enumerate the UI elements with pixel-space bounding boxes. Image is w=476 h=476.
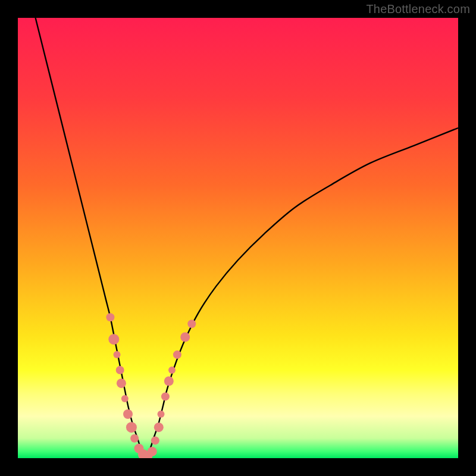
highlight-dot bbox=[164, 377, 174, 386]
highlight-dot bbox=[123, 409, 133, 419]
highlight-dot bbox=[158, 411, 165, 418]
bottleneck-chart bbox=[18, 18, 458, 458]
highlight-dot bbox=[187, 320, 196, 328]
chart-background bbox=[18, 18, 458, 458]
highlight-dot bbox=[168, 367, 176, 374]
highlight-dot bbox=[116, 366, 124, 374]
highlight-dot bbox=[117, 378, 126, 388]
highlight-dot bbox=[108, 334, 119, 345]
highlight-dot bbox=[161, 392, 170, 400]
highlight-dot bbox=[151, 436, 159, 444]
highlight-dot bbox=[121, 395, 129, 402]
highlight-dot bbox=[114, 351, 121, 358]
highlight-dot bbox=[154, 422, 164, 432]
highlight-dot bbox=[180, 333, 190, 342]
watermark-text: TheBottleneck.com bbox=[366, 2, 470, 16]
highlight-dot bbox=[106, 313, 114, 321]
highlight-dot bbox=[130, 434, 139, 443]
highlight-dot bbox=[173, 350, 181, 359]
highlight-dot bbox=[148, 447, 157, 456]
highlight-dot bbox=[126, 422, 137, 433]
chart-frame bbox=[18, 18, 458, 458]
